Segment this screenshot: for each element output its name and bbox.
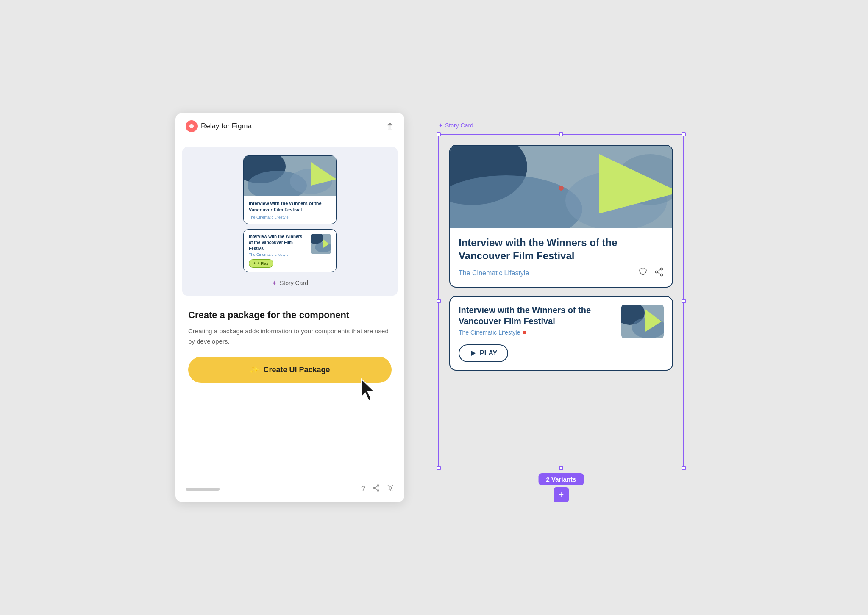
trash-icon[interactable]: 🗑 <box>387 122 394 131</box>
canvas-small-text: Interview with the Winners of the Vancou… <box>459 305 615 336</box>
preview-card-small: Interview with the Winners of the Vancou… <box>243 229 337 272</box>
canvas-card-row: The Cinematic Lifestyle <box>459 267 664 279</box>
svg-marker-31 <box>471 351 476 356</box>
svg-point-9 <box>377 485 379 486</box>
plus-icon-add: + <box>559 489 564 500</box>
left-panel: Relay for Figma 🗑 Interview with the Win… <box>175 113 404 502</box>
svg-point-23 <box>656 271 658 273</box>
dot-indicator <box>523 331 526 334</box>
play-btn-label: PLAY <box>480 349 497 357</box>
panel-footer: ? <box>175 480 404 494</box>
preview-card-large: Interview with the Winners of the Vancou… <box>243 155 337 224</box>
panel-logo: Relay for Figma <box>186 120 252 132</box>
svg-point-24 <box>661 274 663 276</box>
handle-bl <box>437 466 441 470</box>
share-canvas-icon[interactable] <box>654 267 664 279</box>
heart-icon[interactable] <box>638 267 648 279</box>
canvas-card-image <box>450 146 672 228</box>
card-title-small: Interview with the Winners of the Vancou… <box>249 234 307 252</box>
canvas-card-sub: The Cinematic Lifestyle <box>459 269 529 277</box>
card-title-large: Interview with the Winners of the Vancou… <box>249 200 331 213</box>
panel-content: Create a package for the component Creat… <box>175 302 404 480</box>
settings-icon[interactable] <box>387 484 394 494</box>
logo-icon <box>186 120 198 132</box>
svg-line-12 <box>375 486 377 488</box>
canvas-card-large: Interview with the Winners of the Vancou… <box>449 145 673 288</box>
plus-icon: + <box>253 261 256 266</box>
svg-line-13 <box>375 488 377 490</box>
handle-br <box>682 466 686 470</box>
footer-icons: ? <box>361 484 394 494</box>
svg-point-10 <box>373 487 375 489</box>
variants-badge: 2 Variants <box>539 473 584 485</box>
svg-line-25 <box>658 269 661 271</box>
sparkle-icon: ✦ <box>272 279 277 287</box>
handle-tr <box>682 132 686 136</box>
panel-title: Relay for Figma <box>201 122 252 130</box>
add-variant-button[interactable]: + <box>554 487 569 502</box>
selection-box: ✦ Story Card <box>438 134 684 468</box>
preview-area: Interview with the Winners of the Vancou… <box>182 147 398 296</box>
svg-point-22 <box>661 268 663 270</box>
svg-point-14 <box>389 487 392 489</box>
handle-tl <box>437 132 441 136</box>
canvas-small-title: Interview with the Winners of the Vancou… <box>459 305 615 327</box>
canvas-small-sub: The Cinematic Lifestyle <box>459 329 615 336</box>
sc-text: Interview with the Winners of the Vancou… <box>249 234 307 257</box>
canvas-small-thumb <box>621 305 664 338</box>
component-name: Story Card <box>280 280 308 286</box>
panel-description: Creating a package adds information to y… <box>188 326 392 346</box>
handle-tm <box>559 132 563 136</box>
help-icon[interactable]: ? <box>361 485 365 493</box>
selection-label: ✦ Story Card <box>438 122 473 129</box>
panel-header: Relay for Figma 🗑 <box>175 113 404 140</box>
canvas-small-row: Interview with the Winners of the Vancou… <box>459 305 664 338</box>
share-icon[interactable] <box>372 484 380 494</box>
canvas-card-icons <box>638 267 664 279</box>
sc-thumb <box>311 234 331 254</box>
play-icon <box>470 350 476 357</box>
sparkle-selection-icon: ✦ <box>438 122 443 129</box>
sc-row: Interview with the Winners of the Vancou… <box>249 234 331 257</box>
create-ui-package-button[interactable]: ✨ Create UI Package <box>188 357 392 383</box>
card-sub-small: The Cinematic Lifestyle <box>249 252 307 257</box>
svg-point-21 <box>559 186 564 191</box>
svg-point-11 <box>377 490 379 491</box>
canvas-cards: Interview with the Winners of the Vancou… <box>439 135 683 381</box>
component-label: ✦ Story Card <box>272 279 308 287</box>
wand-icon: ✨ <box>250 365 259 374</box>
right-panel: ✦ Story Card <box>430 113 693 502</box>
play-label: + Play <box>257 261 268 266</box>
play-button-large[interactable]: PLAY <box>459 344 508 362</box>
handle-ml <box>437 299 441 303</box>
svg-line-26 <box>658 272 661 274</box>
card-body-large: Interview with the Winners of the Vancou… <box>244 196 336 224</box>
footer-scrollbar <box>186 488 220 491</box>
play-button-small[interactable]: + + Play <box>249 259 273 268</box>
card-sub-large: The Cinematic Lifestyle <box>249 215 331 219</box>
create-btn-label: Create UI Package <box>263 366 330 374</box>
handle-mr <box>682 299 686 303</box>
canvas-card-title: Interview with the Winners of the Vancou… <box>459 236 664 262</box>
panel-main-title: Create a package for the component <box>188 309 392 321</box>
card-image-large <box>244 156 336 196</box>
canvas-card-small: Interview with the Winners of the Vancou… <box>449 296 673 371</box>
handle-bm <box>559 466 563 470</box>
canvas-card-body: Interview with the Winners of the Vancou… <box>450 228 672 287</box>
